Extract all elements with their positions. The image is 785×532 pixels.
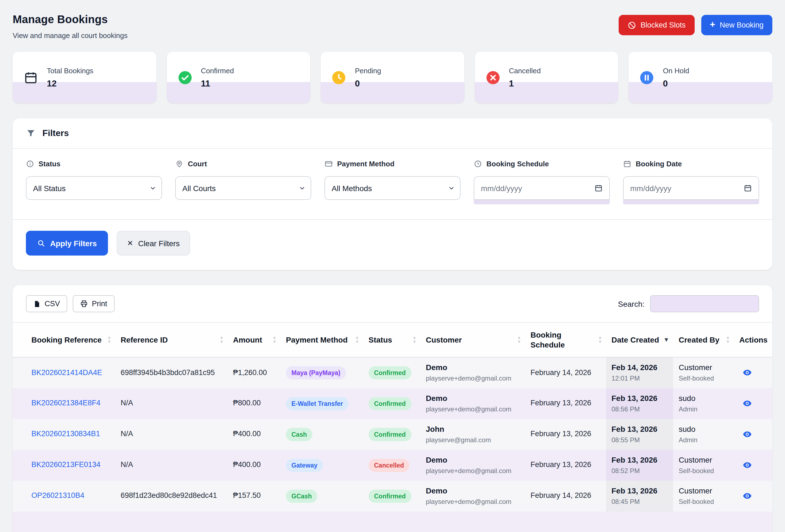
- filters-actions: Apply Filters ✕ Clear Filters: [13, 220, 772, 270]
- csv-label: CSV: [45, 300, 60, 308]
- pause-circle-icon: [640, 70, 654, 84]
- stat-label: Cancelled: [509, 66, 541, 75]
- cell-date-created: Feb 13, 202608:56 PM: [606, 388, 673, 419]
- table-row: BK2026021384E8F4N/A₱800.00E-Wallet Trans…: [13, 388, 772, 419]
- clock-icon: [474, 160, 482, 168]
- table-header-row: Booking Reference▲▼Reference ID▲▼Amount▲…: [13, 323, 772, 357]
- column-label: Actions: [739, 335, 768, 344]
- stat-text: Total Bookings12: [47, 66, 93, 88]
- column-header-date-created[interactable]: Date Created▲▼: [606, 323, 673, 357]
- column-label: Customer: [426, 335, 462, 344]
- booking-reference-link[interactable]: BK202602130834B1: [31, 430, 100, 438]
- info-icon: [26, 160, 34, 168]
- created-by-role: Self-booked: [679, 498, 728, 506]
- column-label: Reference ID: [121, 335, 168, 344]
- cell-reference-id: 698f1d23ed80c8e92d8edc41: [115, 481, 228, 512]
- filter-label: Court: [175, 160, 311, 168]
- status-select[interactable]: All Status: [26, 176, 162, 200]
- page-heading-group: Manage Bookings View and manage all cour…: [13, 13, 128, 40]
- stat-card-content: Total Bookings12: [13, 52, 156, 103]
- calendar-picker-icon[interactable]: [594, 184, 603, 192]
- eye-icon: [742, 460, 752, 470]
- apply-filters-button[interactable]: Apply Filters: [26, 231, 108, 256]
- view-booking-button[interactable]: [739, 396, 755, 411]
- column-header-booking-reference[interactable]: Booking Reference▲▼: [13, 323, 115, 357]
- booking-reference-link[interactable]: OP26021310B4: [31, 491, 84, 500]
- sort-arrows-icon: ▲▼: [220, 335, 224, 344]
- column-header-amount[interactable]: Amount▲▼: [228, 323, 280, 357]
- eye-icon: [742, 429, 752, 439]
- view-booking-button[interactable]: [739, 457, 755, 473]
- booking-schedule-date-input[interactable]: mm/dd/yyyy: [474, 176, 610, 200]
- clear-filters-button[interactable]: ✕ Clear Filters: [117, 231, 190, 256]
- new-booking-button[interactable]: + New Booking: [701, 15, 772, 35]
- search-label: Search:: [618, 299, 645, 308]
- view-booking-button[interactable]: [739, 365, 755, 381]
- payment-method-select[interactable]: All Methods: [325, 176, 460, 200]
- funnel-icon: [26, 128, 36, 138]
- calendar-picker-icon[interactable]: [744, 184, 752, 192]
- cell-created-by: CustomerSelf-booked: [673, 357, 734, 388]
- table-row: BK20260213FE0134N/A₱400.00GatewayCancell…: [13, 450, 772, 481]
- created-time: 08:56 PM: [611, 405, 668, 413]
- column-header-booking-schedule[interactable]: Booking Schedule▲▼: [525, 323, 606, 357]
- eye-icon: [742, 491, 752, 501]
- column-header-payment-method[interactable]: Payment Method▲▼: [280, 323, 363, 357]
- column-header-created-by[interactable]: Created By▲▼: [673, 323, 734, 357]
- column-label: Date Created: [611, 335, 659, 344]
- payment-method-badge: Maya (PayMaya): [286, 366, 346, 380]
- cell-booking-reference: OP26021310B4: [13, 481, 115, 512]
- cell-date-created: Feb 13, 202608:55 PM: [606, 419, 673, 450]
- cell-created-by: CustomerSelf-booked: [673, 481, 734, 512]
- payment-method-badge: Gateway: [286, 458, 323, 472]
- cell-booking-schedule: February 13, 2026: [525, 388, 606, 419]
- table-head: Booking Reference▲▼Reference ID▲▼Amount▲…: [13, 323, 772, 357]
- created-by-name: Customer: [679, 455, 728, 465]
- view-booking-button[interactable]: [739, 488, 755, 504]
- booking-reference-link[interactable]: BK2026021384E8F4: [31, 399, 101, 407]
- cell-customer: Johnplayserve@gmail.com: [420, 419, 525, 450]
- filter-label-text: Payment Method: [337, 160, 395, 168]
- cell-created-by: CustomerSelf-booked: [673, 450, 734, 481]
- booking-reference-link[interactable]: BK20260213FE0134: [31, 461, 101, 469]
- csv-export-button[interactable]: CSV: [26, 295, 67, 312]
- cell-created-by: sudoAdmin: [673, 419, 734, 450]
- sort-arrows-icon: ▲▼: [598, 335, 602, 344]
- court-select[interactable]: All Courts: [175, 176, 311, 200]
- cell-status: Confirmed: [363, 419, 420, 450]
- cell-payment-method: Gateway: [280, 450, 363, 481]
- stat-value: 1: [509, 78, 541, 88]
- x-circle-icon: [486, 70, 500, 84]
- stat-card-confirmed: Confirmed11: [167, 52, 310, 103]
- clock-circle-icon: [332, 70, 346, 84]
- plus-icon: +: [710, 20, 715, 29]
- cell-payment-method: E-Wallet Transfer: [280, 388, 363, 419]
- stat-card-total-bookings: Total Bookings12: [13, 52, 156, 103]
- cell-booking-schedule: February 14, 2026: [525, 357, 606, 388]
- filter-control: mm/dd/yyyy: [623, 176, 759, 204]
- page-title: Manage Bookings: [13, 13, 128, 26]
- cell-status: Confirmed: [363, 357, 420, 388]
- cell-created-by: sudoAdmin: [673, 388, 734, 419]
- customer-name: Demo: [426, 455, 520, 465]
- column-header-reference-id[interactable]: Reference ID▲▼: [115, 323, 228, 357]
- status-badge: Confirmed: [369, 366, 411, 380]
- view-booking-button[interactable]: [739, 427, 755, 442]
- column-header-actions: Actions: [734, 323, 772, 357]
- calendar-icon: [24, 70, 38, 84]
- column-header-status[interactable]: Status▲▼: [363, 323, 420, 357]
- search-input[interactable]: [650, 295, 759, 312]
- cell-amount: ₱1,260.00: [228, 357, 280, 388]
- blocked-slots-button[interactable]: Blocked Slots: [618, 15, 694, 35]
- filter-field-court: CourtAll Courts: [175, 160, 311, 204]
- stat-card-on-hold: On Hold0: [629, 52, 772, 103]
- cell-date-created: Feb 13, 202608:45 PM: [606, 481, 673, 512]
- status-badge: Confirmed: [369, 428, 411, 441]
- created-by-role: Self-booked: [679, 375, 728, 383]
- stat-text: On Hold0: [663, 66, 689, 88]
- booking-reference-link[interactable]: BK2026021414DA4E: [31, 368, 102, 376]
- print-button[interactable]: Print: [73, 295, 115, 312]
- booking-date-date-input[interactable]: mm/dd/yyyy: [623, 176, 759, 200]
- cell-customer: Demoplayserve+demo@gmail.com: [420, 357, 525, 388]
- column-header-customer[interactable]: Customer▲▼: [420, 323, 525, 357]
